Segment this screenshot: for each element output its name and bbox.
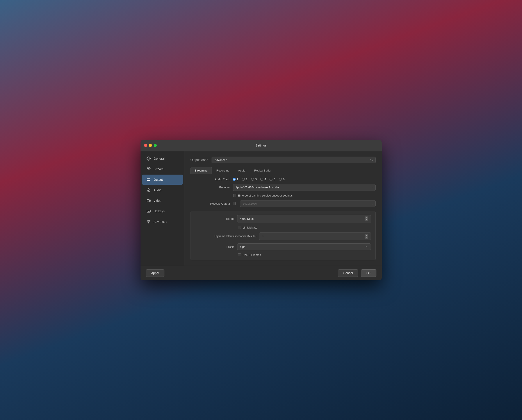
bitrate-input[interactable]: 4500 Kbps ▲ ▼ — [237, 215, 371, 223]
keyframe-row: Keyframe Interval (seconds, 0=auto) 4 ▲ … — [195, 232, 371, 240]
sidebar-label-video: Video — [154, 199, 161, 202]
keyframe-up[interactable]: ▲ — [365, 234, 368, 236]
audio-track-radio-group: 1 2 3 4 — [233, 178, 284, 181]
sidebar-label-hotkeys: Hotkeys — [154, 210, 165, 213]
sidebar-label-advanced: Advanced — [154, 220, 167, 224]
tabs-bar: Streaming Recording Audio Replay Buffer — [191, 167, 376, 174]
output-icon — [146, 177, 151, 182]
limit-bitrate-checkbox[interactable] — [238, 226, 241, 229]
sidebar-item-video[interactable]: Video — [142, 196, 183, 206]
track-2-radio-circle — [242, 178, 245, 181]
encoder-row: Encoder Apple VT H264 Hardware Encoder x… — [191, 184, 376, 191]
audio-track-row: Audio Track 1 2 3 — [191, 178, 376, 181]
tab-audio[interactable]: Audio — [234, 167, 249, 174]
output-mode-row: Output Mode Advanced Simple ⌃⌄ — [191, 157, 376, 163]
bitrate-row: Bitrate 4500 Kbps ▲ ▼ — [195, 215, 371, 223]
svg-rect-3 — [148, 189, 149, 191]
gear-icon — [146, 156, 151, 161]
track-1-radio[interactable]: 1 — [233, 178, 238, 181]
window-title: Settings — [255, 144, 267, 147]
rescale-select-wrapper: 1920x1080 1280x720 ⌄ — [240, 200, 376, 207]
rescale-checkbox[interactable] — [233, 202, 236, 205]
limit-bitrate-label: Limit bitrate — [243, 226, 257, 229]
svg-rect-2 — [147, 178, 150, 180]
minimize-button[interactable] — [149, 144, 152, 147]
keyframe-label: Keyframe Interval (seconds, 0=auto) — [195, 235, 256, 238]
enforce-row: Enforce streaming service encoder settin… — [191, 194, 376, 197]
track-4-radio[interactable]: 4 — [260, 178, 266, 181]
hotkeys-icon — [146, 209, 151, 214]
encoder-select[interactable]: Apple VT H264 Hardware Encoder x264 — [233, 184, 376, 191]
audio-track-label: Audio Track — [191, 178, 230, 181]
traffic-lights — [144, 144, 157, 147]
track-5-radio[interactable]: 5 — [269, 178, 275, 181]
keyframe-spinner[interactable]: ▲ ▼ — [365, 234, 368, 239]
encoder-settings-panel: Bitrate 4500 Kbps ▲ ▼ Limit bitrate — [191, 211, 376, 260]
streaming-form: Audio Track 1 2 3 — [191, 178, 376, 260]
apply-button[interactable]: Apply — [146, 269, 164, 277]
track-3-radio[interactable]: 3 — [251, 178, 257, 181]
sidebar-label-general: General — [154, 157, 165, 160]
track-2-radio[interactable]: 2 — [242, 178, 247, 181]
maximize-button[interactable] — [154, 144, 157, 147]
enforce-label: Enforce streaming service encoder settin… — [238, 194, 293, 197]
settings-window: Settings General — [140, 140, 382, 280]
sidebar-item-hotkeys[interactable]: Hotkeys — [142, 206, 183, 216]
bitrate-up[interactable]: ▲ — [365, 217, 368, 219]
output-mode-select-wrapper: Advanced Simple ⌃⌄ — [212, 157, 375, 163]
close-button[interactable] — [144, 144, 147, 147]
track-3-radio-circle — [251, 178, 254, 181]
encoder-label: Encoder — [191, 186, 230, 189]
profile-row: Profile high main baseline ⌃⌄ — [195, 243, 371, 250]
tab-streaming[interactable]: Streaming — [191, 167, 212, 174]
profile-label: Profile — [195, 245, 235, 249]
rescale-select[interactable]: 1920x1080 1280x720 — [240, 200, 376, 207]
main-content: Output Mode Advanced Simple ⌃⌄ Streaming… — [184, 151, 382, 266]
sidebar-item-output[interactable]: Output — [142, 175, 183, 185]
sidebar-label-stream: Stream — [154, 167, 164, 171]
track-1-radio-circle — [233, 178, 236, 181]
svg-point-10 — [147, 220, 148, 221]
tab-recording[interactable]: Recording — [212, 167, 233, 174]
dialog-buttons: Cancel OK — [338, 269, 376, 277]
output-mode-select[interactable]: Advanced Simple — [212, 157, 375, 163]
svg-rect-9 — [148, 211, 150, 212]
bframes-label: Use B-Frames — [243, 253, 261, 257]
stream-icon — [146, 167, 151, 171]
bframes-row: Use B-Frames — [195, 253, 371, 257]
track-6-radio[interactable]: 6 — [279, 178, 284, 181]
enforce-checkbox[interactable] — [233, 194, 236, 197]
svg-point-0 — [148, 158, 149, 159]
keyframe-input[interactable]: 4 ▲ ▼ — [259, 232, 371, 240]
sidebar-label-output: Output — [154, 178, 163, 181]
tab-replay-buffer[interactable]: Replay Buffer — [250, 167, 276, 174]
audio-icon — [146, 188, 151, 193]
svg-point-12 — [148, 222, 149, 223]
profile-select-wrapper: high main baseline ⌃⌄ — [237, 243, 371, 250]
bitrate-label: Bitrate — [195, 217, 235, 220]
track-5-radio-circle — [269, 178, 273, 181]
ok-button[interactable]: OK — [361, 269, 376, 277]
svg-rect-7 — [148, 211, 149, 211]
limit-bitrate-row: Limit bitrate — [195, 226, 371, 229]
bitrate-down[interactable]: ▼ — [365, 219, 368, 221]
svg-point-11 — [149, 221, 150, 222]
sidebar: General Stream — [140, 151, 184, 266]
bitrate-spinner[interactable]: ▲ ▼ — [365, 217, 368, 221]
sidebar-item-audio[interactable]: Audio — [142, 185, 183, 195]
svg-rect-6 — [147, 211, 148, 211]
video-icon — [146, 198, 151, 203]
rescale-row: Rescale Output 1920x1080 1280x720 ⌄ — [191, 200, 376, 207]
sidebar-item-general[interactable]: General — [142, 154, 183, 163]
keyframe-down[interactable]: ▼ — [365, 236, 368, 239]
window-body: General Stream — [140, 151, 382, 266]
svg-rect-4 — [147, 200, 150, 202]
rescale-label: Rescale Output — [191, 202, 230, 205]
sidebar-item-advanced[interactable]: Advanced — [142, 217, 183, 227]
titlebar: Settings — [140, 140, 382, 151]
encoder-select-wrapper: Apple VT H264 Hardware Encoder x264 ⌃⌄ — [233, 184, 376, 191]
bframes-checkbox[interactable] — [238, 253, 241, 257]
cancel-button[interactable]: Cancel — [338, 269, 358, 277]
profile-select[interactable]: high main baseline — [237, 243, 371, 250]
sidebar-item-stream[interactable]: Stream — [142, 164, 183, 174]
